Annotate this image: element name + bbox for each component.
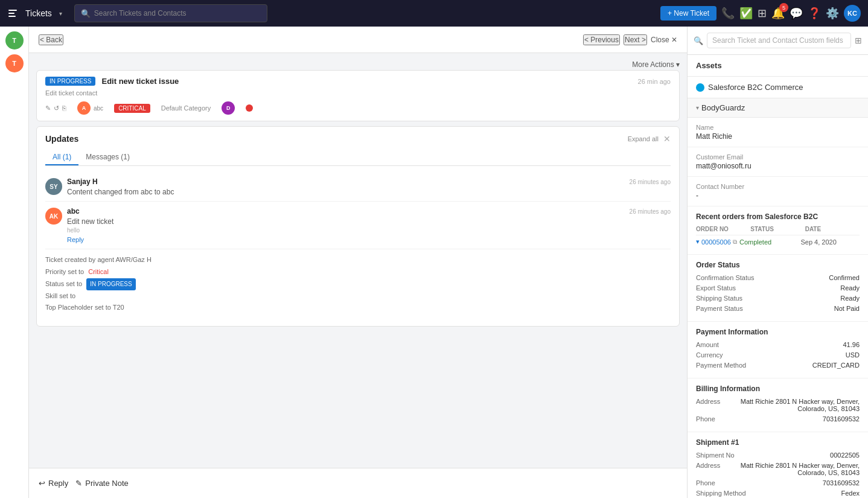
priority-badge-log: Critical xyxy=(88,268,109,275)
shipping-value: Ready xyxy=(840,295,860,302)
app-logo xyxy=(7,8,18,19)
salesforce-section[interactable]: Salesforce B2C Commerce xyxy=(688,77,868,98)
layout-icon[interactable]: ⊞ xyxy=(758,7,767,20)
next-button[interactable]: Next > xyxy=(624,34,647,45)
assets-section: Assets xyxy=(688,55,868,77)
ticket-category: Default Category xyxy=(161,104,211,112)
order-date-header: DATE xyxy=(805,226,860,232)
contact-name-block: Name Matt Richie xyxy=(688,118,868,147)
copy-icon[interactable]: ⎘ xyxy=(62,104,66,112)
confirmation-label: Confirmation Status xyxy=(696,274,755,281)
right-panel: 🔍 ⊞ Assets Salesforce B2C Commerce ▾ Bod… xyxy=(687,27,868,498)
payment-status-value: Not Paid xyxy=(834,305,860,312)
more-actions-bar: More Actions ▾ xyxy=(36,58,680,70)
edit-icon[interactable]: ✎ xyxy=(45,104,51,112)
chat-icon[interactable]: 💬 xyxy=(790,7,803,20)
notification-icon[interactable]: 🔔5 xyxy=(771,7,785,20)
ticket-extra: D xyxy=(222,101,235,115)
payment-info-section: Payment Information Amount 41.96 Currenc… xyxy=(688,322,868,378)
sub-nav-right: < Previous Next > Close ✕ xyxy=(583,34,677,45)
activity-content-2: abc 26 minutes ago Edit new ticket hello… xyxy=(67,206,671,244)
shipment-no-row: Shipment No 00022505 xyxy=(696,452,860,459)
shipment-phone-value: 7031609532 xyxy=(823,479,860,487)
new-ticket-button[interactable]: + New Ticket xyxy=(660,6,716,21)
app-title[interactable]: Tickets xyxy=(25,8,52,18)
refresh-icon[interactable]: ↺ xyxy=(54,104,59,112)
sidebar-avatar-2[interactable]: T xyxy=(5,54,24,72)
close-button[interactable]: Close ✕ xyxy=(651,36,677,44)
ticket-title: Edit new ticket issue xyxy=(101,77,179,86)
custom-fields-search-input[interactable] xyxy=(707,33,851,48)
settings-icon[interactable]: ⚙️ xyxy=(826,7,839,20)
help-icon[interactable]: ❓ xyxy=(808,7,821,20)
export-label: Export Status xyxy=(696,284,736,292)
private-note-icon: ✎ xyxy=(75,479,82,488)
log-line-2: Priority set to Critical xyxy=(45,266,671,278)
ticket-title-row: IN PROGRESS Edit new ticket issue 26 min… xyxy=(45,77,671,86)
order-link-icon[interactable]: ⧉ xyxy=(733,238,737,246)
email-value: matt@oniosoft.ru xyxy=(696,162,860,170)
salesforce-label: Salesforce B2C Commerce xyxy=(708,83,803,92)
currency-value: USD xyxy=(846,351,860,359)
top-navigation: Tickets ▾ 🔍 + New Ticket 📞 ✅ ⊞ 🔔5 💬 ❓ ⚙️… xyxy=(0,0,868,27)
global-search-bar[interactable]: 🔍 xyxy=(74,4,267,22)
order-row-1: ▾ 00005006 ⧉ Completed Sep 4, 2020 xyxy=(696,235,860,248)
svg-rect-2 xyxy=(8,16,16,17)
order-status-title: Order Status xyxy=(696,261,860,269)
private-note-button[interactable]: ✎ Private Note xyxy=(75,479,129,488)
status-dot xyxy=(246,104,253,112)
salesforce-icon xyxy=(696,83,704,92)
tab-messages[interactable]: Messages (1) xyxy=(78,150,137,165)
shipment-no-label: Shipment No xyxy=(696,452,735,459)
svg-rect-0 xyxy=(8,10,17,11)
billing-phone-row: Phone 7031609532 xyxy=(696,415,860,423)
close-updates-icon[interactable]: ✕ xyxy=(663,134,671,144)
name-label: Name xyxy=(696,124,860,131)
previous-button[interactable]: < Previous xyxy=(583,34,620,45)
tab-all[interactable]: All (1) xyxy=(45,150,78,165)
bodyguardz-header[interactable]: ▾ BodyGuardz xyxy=(688,98,868,118)
notification-badge: 5 xyxy=(779,3,788,12)
reply-button[interactable]: ↩ Reply xyxy=(39,479,68,488)
updates-header: Updates Expand all ✕ xyxy=(45,134,671,144)
expand-button[interactable]: Expand all xyxy=(628,135,659,142)
panel-grid-icon[interactable]: ⊞ xyxy=(855,36,862,45)
back-button[interactable]: < Back xyxy=(39,34,63,45)
creation-log: Ticket created by agent AWR/Gaz H Priori… xyxy=(45,249,671,319)
shipment-address-label: Address xyxy=(696,462,720,476)
billing-phone-value: 7031609532 xyxy=(823,415,860,423)
shipment-phone-label: Phone xyxy=(696,479,715,487)
billing-address-value: Matt Richie 2801 N Hacker way, Denver, C… xyxy=(725,398,860,412)
order-number-1[interactable]: ▾ 00005006 ⧉ xyxy=(696,238,737,246)
search-input[interactable] xyxy=(94,9,261,18)
ticket-assignee: A abc xyxy=(77,101,103,115)
more-actions-button[interactable]: More Actions ▾ xyxy=(632,60,680,69)
ticket-container: More Actions ▾ IN PROGRESS Edit new tick… xyxy=(29,53,687,468)
updates-tabs: All (1) Messages (1) xyxy=(45,150,671,166)
ticket-actions: ✎ ↺ ⎘ xyxy=(45,104,66,112)
shipping-method-value: Fedex xyxy=(841,490,860,497)
title-dropdown-icon[interactable]: ▾ xyxy=(59,10,62,17)
phone-icon[interactable]: 📞 xyxy=(721,7,735,20)
updates-title: Updates xyxy=(45,134,78,144)
check-circle-icon[interactable]: ✅ xyxy=(739,7,753,20)
activity-body-2: Edit new ticket xyxy=(67,217,671,226)
email-label: Customer Email xyxy=(696,153,860,161)
right-panel-search: 🔍 ⊞ xyxy=(688,27,868,55)
user-avatar[interactable]: KC xyxy=(844,5,861,22)
shipping-method-label: Shipping Method xyxy=(696,490,746,497)
shipment-address-row: Address Matt Richie 2801 N Hacker way, D… xyxy=(696,462,860,476)
bodyguardz-chevron: ▾ xyxy=(696,104,699,111)
payment-method-value: CREDIT_CARD xyxy=(812,362,860,369)
status-badge-log: IN PROGRESS xyxy=(86,278,135,290)
sidebar-avatar-1[interactable]: T xyxy=(5,31,24,49)
amount-value: 41.96 xyxy=(843,341,860,348)
ticket-dot xyxy=(246,104,253,112)
updates-right: Expand all ✕ xyxy=(628,134,671,144)
customer-email-block: Customer Email matt@oniosoft.ru xyxy=(688,147,868,177)
activity-reply-link[interactable]: Reply xyxy=(67,236,84,243)
name-value: Matt Richie xyxy=(696,132,860,141)
activity-avatar-2: AK xyxy=(45,208,62,225)
ticket-header-card: IN PROGRESS Edit new ticket issue 26 min… xyxy=(36,70,680,121)
shipping-method-row: Shipping Method Fedex xyxy=(696,490,860,497)
